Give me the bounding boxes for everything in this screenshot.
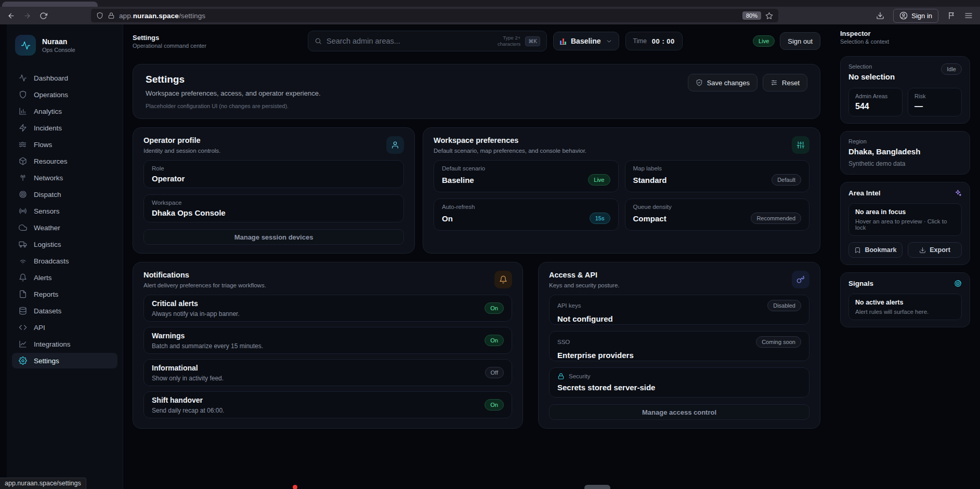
access-row-top: Security: [557, 373, 801, 380]
sidebar-item-logistics[interactable]: Logistics: [12, 236, 117, 252]
bell-icon: [494, 271, 512, 288]
access-row-value: Secrets stored server-side: [557, 383, 801, 392]
save-changes-button[interactable]: Save changes: [688, 74, 757, 91]
search-box[interactable]: Type 2+ characters ⌘K: [308, 31, 547, 51]
bookmark-button[interactable]: Bookmark: [848, 242, 903, 258]
access-row-label: API keys: [557, 302, 581, 309]
notification-desc: Send daily recap at 06:00.: [152, 407, 224, 414]
url-text: app.nuraan.space/settings: [119, 12, 738, 20]
area-intel-empty-title: No area in focus: [855, 208, 955, 216]
notifications-card-title: Notifications: [143, 271, 266, 279]
account-icon: [899, 11, 908, 20]
manage-access-control-button[interactable]: Manage access control: [549, 404, 809, 420]
activity-icon: [19, 74, 27, 82]
url-path: /settings: [179, 12, 205, 20]
notification-text: Critical alertsAlways notify via in-app …: [152, 299, 240, 318]
sidebar-item-datasets[interactable]: Datasets: [12, 303, 117, 319]
app-shell: Nuraan Ops Console DashboardOperationsAn…: [0, 24, 980, 489]
notification-toggle[interactable]: Off: [485, 367, 504, 378]
search-input[interactable]: [326, 37, 487, 45]
scenario-select[interactable]: Baseline: [553, 32, 619, 50]
sidebar-item-settings[interactable]: Settings: [12, 353, 117, 368]
bookmark-star-icon[interactable]: [765, 12, 773, 20]
signals-empty-title: No active alerts: [855, 299, 955, 306]
manage-session-devices-button[interactable]: Manage session devices: [143, 229, 404, 245]
sidebar-item-incidents[interactable]: Incidents: [12, 120, 117, 136]
sidebar-item-broadcasts[interactable]: Broadcasts: [12, 253, 117, 269]
reset-button[interactable]: Reset: [763, 74, 807, 91]
sidebar-item-label: Flows: [34, 141, 52, 149]
status-link-preview: app.nuraan.space/settings: [0, 478, 86, 489]
sidebar-item-reports[interactable]: Reports: [12, 286, 117, 302]
sidebar-item-integrations[interactable]: Integrations: [12, 336, 117, 352]
shield-check-icon: [696, 79, 703, 86]
forward-icon[interactable]: [23, 12, 31, 20]
settings-title: Settings: [146, 74, 321, 85]
notification-text: InformationalShow only in activity feed.: [152, 364, 224, 382]
downloads-icon[interactable]: [876, 11, 884, 20]
sidebar-item-api[interactable]: API: [12, 320, 117, 335]
notification-toggle[interactable]: On: [485, 302, 504, 314]
sidebar-item-analytics[interactable]: Analytics: [12, 103, 117, 119]
menu-icon[interactable]: [964, 11, 973, 20]
zoom-indicator[interactable]: 80%: [742, 11, 761, 20]
sidebar-item-dashboard[interactable]: Dashboard: [12, 70, 117, 86]
map-control-artifact: [584, 485, 610, 489]
reset-label: Reset: [782, 79, 800, 87]
sidebar-item-label: Operations: [34, 91, 68, 99]
sidebar-item-dispatch[interactable]: Dispatch: [12, 187, 117, 202]
sidebar-item-label: Resources: [34, 157, 68, 165]
active-tab[interactable]: [2, 2, 98, 7]
export-button[interactable]: Export: [908, 242, 962, 258]
sidebar-item-label: Analytics: [34, 108, 62, 115]
url-bar[interactable]: app.nuraan.space/settings 80%: [91, 9, 778, 22]
tile-value: Standard: [633, 176, 667, 184]
tile-value: On: [442, 214, 453, 223]
extensions-icon[interactable]: [947, 11, 956, 20]
back-icon[interactable]: [7, 12, 15, 20]
antenna-icon: [19, 174, 27, 182]
area-intel-card: Area Intel No area in focus Hover an are…: [840, 182, 970, 265]
bookmark-icon: [854, 247, 861, 254]
sidebar-item-flows[interactable]: Flows: [12, 137, 117, 152]
sidebar-item-label: Dashboard: [34, 74, 68, 82]
sidebar-item-networks[interactable]: Networks: [12, 170, 117, 186]
reload-icon[interactable]: [40, 12, 47, 20]
sidebar-item-label: API: [34, 324, 45, 332]
time-value: 00 : 00: [652, 37, 675, 45]
notifications-card-subtitle: Alert delivery preferences for triage wo…: [143, 282, 266, 288]
workspace-card-title: Workspace preferences: [434, 136, 586, 144]
sidebar-item-operations[interactable]: Operations: [12, 87, 117, 102]
tracking-protection-icon[interactable]: [96, 12, 103, 19]
map-marker-dot: [293, 485, 297, 489]
tile-value-row: On15s: [442, 213, 610, 224]
notification-toggle[interactable]: On: [485, 335, 504, 346]
sliders-icon: [770, 79, 778, 86]
sidebar-item-alerts[interactable]: Alerts: [12, 270, 117, 285]
search-shortcut-badge: ⌘K: [525, 36, 540, 46]
field-value: Operator: [152, 174, 396, 183]
notification-desc: Batch and summarize every 15 minutes.: [152, 342, 263, 350]
sidebar-item-resources[interactable]: Resources: [12, 153, 117, 169]
sidebar-item-label: Reports: [34, 290, 58, 298]
tile-label: Default scenario: [442, 165, 610, 171]
preference-tile-default-scenario: Default scenarioBaselineLive: [434, 160, 619, 192]
url-domain: nuraan.space: [133, 12, 179, 20]
notification-desc: Always notify via in-app banner.: [152, 310, 240, 318]
lock-icon[interactable]: [108, 12, 115, 19]
notification-title: Warnings: [152, 332, 263, 340]
notification-toggle[interactable]: On: [485, 399, 504, 411]
sign-in-button[interactable]: Sign in: [893, 9, 938, 23]
field-label: Workspace: [152, 200, 396, 206]
sidebar-item-sensors[interactable]: Sensors: [12, 203, 117, 219]
sidebar-item-label: Weather: [34, 224, 60, 232]
sidebar-item-weather[interactable]: Weather: [12, 220, 117, 235]
access-row-value: Not configured: [557, 314, 801, 323]
sidebar-item-label: Logistics: [34, 241, 61, 248]
sign-out-button[interactable]: Sign out: [780, 32, 820, 50]
inspector-panel: Inspector Selection & context Selection …: [829, 24, 980, 489]
header-actions: Live Sign out: [753, 32, 820, 50]
toolbar-buttons: Sign in: [876, 9, 973, 23]
stat-label: Admin Areas: [855, 93, 896, 99]
time-display: Time 00 : 00: [625, 32, 683, 50]
